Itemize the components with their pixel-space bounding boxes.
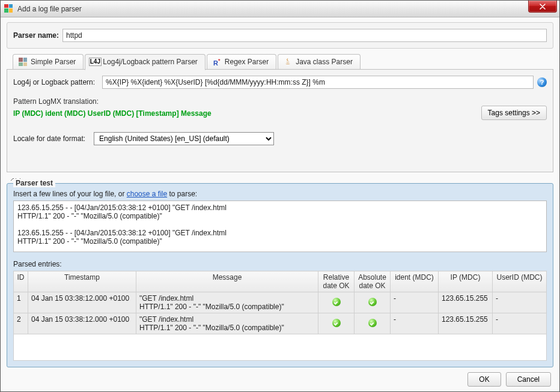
table-cell: 2 xyxy=(14,313,28,334)
tab-label: Regex Parser xyxy=(225,58,269,66)
tab-label: Java class Parser xyxy=(296,58,353,66)
translation-label: Pattern LogMX translation: xyxy=(13,97,547,106)
col-userid-mdc[interactable]: UserID (MDC) xyxy=(493,271,547,292)
table-cell: 123.65.15.255 xyxy=(439,313,493,334)
help-icon[interactable]: ? xyxy=(537,77,547,87)
dialog-window: Add a log file parser Parser name: Simpl… xyxy=(0,0,560,392)
locale-select[interactable]: English (United States) [en_US] (default… xyxy=(94,132,274,145)
table-cell xyxy=(318,292,355,313)
table-cell: - xyxy=(493,292,547,313)
parsed-entries-label: Parsed entries: xyxy=(13,260,547,268)
ok-icon xyxy=(332,319,341,327)
table-row[interactable]: 204 Jan 15 03:38:12.000 +0100"GET /index… xyxy=(14,313,547,334)
cancel-button[interactable]: Cancel xyxy=(506,372,551,387)
log-sample-textarea[interactable]: 123.65.15.255 - - [04/Jan/2015:03:38:12 … xyxy=(13,201,547,252)
locale-label: Locale for date format: xyxy=(13,134,85,143)
parser-type-box: Simple Parser L4J Log4j/Logback pattern … xyxy=(7,53,553,172)
ok-icon xyxy=(368,319,377,327)
table-cell: 04 Jan 15 03:38:12.000 +0100 xyxy=(28,313,136,334)
table-cell: 123.65.15.255 xyxy=(439,292,493,313)
table-cell: - xyxy=(493,313,547,334)
parser-test-hint: Insert a few lines of your log file, or … xyxy=(13,190,547,198)
translation-token-ident: ident (MDC) xyxy=(45,109,85,118)
table-cell xyxy=(355,313,391,334)
translation-preview: IP (MDC) ident (MDC) UserID (MDC) [Times… xyxy=(13,109,547,118)
hint-prefix: Insert a few lines of your log file, or xyxy=(13,190,127,198)
titlebar: Add a log file parser xyxy=(1,1,559,17)
table-cell: 1 xyxy=(14,292,28,313)
col-id[interactable]: ID xyxy=(14,271,28,292)
splitter-handle[interactable] xyxy=(7,176,553,183)
table-header-row: ID Timestamp Message Relative date OK Ab… xyxy=(14,271,547,292)
col-timestamp[interactable]: Timestamp xyxy=(28,271,136,292)
tabs-bar: Simple Parser L4J Log4j/Logback pattern … xyxy=(7,53,553,69)
table-row[interactable]: 104 Jan 15 03:38:12.000 +0100"GET /index… xyxy=(14,292,547,313)
grid-icon xyxy=(18,57,28,67)
parser-test-panel: Parser test Insert a few lines of your l… xyxy=(7,183,553,367)
ok-button[interactable]: OK xyxy=(467,372,501,387)
java-icon xyxy=(283,57,293,67)
tab-label: Simple Parser xyxy=(31,58,76,66)
tab-label: Log4j/Logback pattern Parser xyxy=(103,58,197,66)
choose-file-link[interactable]: choose a file xyxy=(127,190,167,198)
col-message[interactable]: Message xyxy=(136,271,318,292)
col-absolute-date-ok[interactable]: Absolute date OK xyxy=(355,271,391,292)
translation-token-message: Message xyxy=(181,109,212,118)
table-filler xyxy=(14,334,547,361)
tab-regex-parser[interactable]: R* Regex Parser xyxy=(207,54,276,70)
dialog-body: Parser name: Simple Parser L4J Log4j/Log… xyxy=(1,17,559,391)
parser-name-input[interactable] xyxy=(62,29,547,42)
col-relative-date-ok[interactable]: Relative date OK xyxy=(318,271,355,292)
table-cell xyxy=(355,292,391,313)
tab-simple-parser[interactable]: Simple Parser xyxy=(13,54,84,70)
table-cell xyxy=(318,313,355,334)
tab-log4j-parser[interactable]: L4J Log4j/Logback pattern Parser xyxy=(85,54,205,70)
col-ident-mdc[interactable]: ident (MDC) xyxy=(391,271,439,292)
table-cell: "GET /index.html HTTP/1.1" 200 - "-" "Mo… xyxy=(136,292,318,313)
close-icon xyxy=(540,4,546,10)
app-icon xyxy=(4,4,14,14)
regex-icon: R* xyxy=(212,57,222,67)
table-cell: - xyxy=(391,292,439,313)
window-title: Add a log file parser xyxy=(17,1,82,17)
parsed-entries-table: ID Timestamp Message Relative date OK Ab… xyxy=(13,271,547,361)
tab-panel-log4j: Log4j or Logback pattern: ? Pattern LogM… xyxy=(7,69,553,172)
close-button[interactable] xyxy=(528,1,557,13)
translation-token-userid: UserID (MDC) xyxy=(88,109,134,118)
pattern-input[interactable] xyxy=(102,76,534,89)
dialog-buttons: OK Cancel xyxy=(7,367,553,387)
table-cell: 04 Jan 15 03:38:12.000 +0100 xyxy=(28,292,136,313)
parser-test-legend: Parser test xyxy=(13,179,55,187)
parser-name-box: Parser name: xyxy=(7,22,553,49)
translation-token-timestamp: Timestamp xyxy=(138,109,176,118)
log4j-icon: L4J xyxy=(90,57,100,67)
hint-suffix: to parse: xyxy=(167,190,197,198)
tab-java-class-parser[interactable]: Java class Parser xyxy=(278,54,361,70)
parser-name-label: Parser name: xyxy=(13,31,59,40)
col-ip-mdc[interactable]: IP (MDC) xyxy=(439,271,493,292)
bracket-close: ] xyxy=(177,109,179,118)
table-cell: - xyxy=(391,313,439,334)
table-cell: "GET /index.html HTTP/1.1" 200 - "-" "Mo… xyxy=(136,313,318,334)
tags-settings-button[interactable]: Tags settings >> xyxy=(481,106,547,120)
pattern-label: Log4j or Logback pattern: xyxy=(13,78,95,86)
translation-token-ip: IP (MDC) xyxy=(13,109,43,118)
ok-icon xyxy=(332,298,341,306)
ok-icon xyxy=(368,298,377,306)
